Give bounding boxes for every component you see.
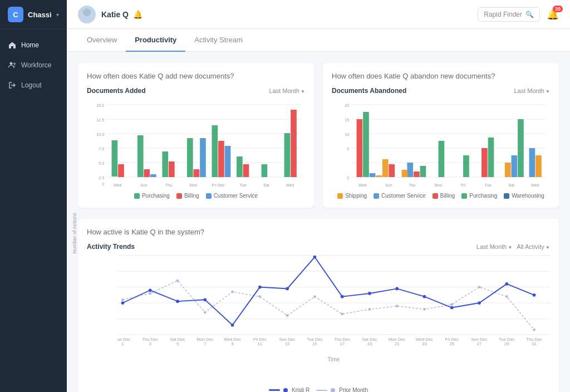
billing-aband-color bbox=[433, 193, 438, 199]
activity-section: How active is Katie Q in the system? Act… bbox=[78, 219, 559, 392]
activity-chart-header: Activity Trends Last Month All Activity bbox=[87, 243, 550, 251]
docs-abandoned-card: How often does Katie Q abandon new docum… bbox=[323, 63, 559, 208]
svg-text:7.5: 7.5 bbox=[99, 146, 104, 152]
warehousing-color bbox=[504, 193, 509, 199]
legend-billing-aband: Billing bbox=[433, 193, 455, 199]
svg-text:10: 10 bbox=[345, 132, 349, 138]
svg-text:Dec 30: Dec 30 bbox=[529, 187, 542, 188]
legend-kristi: Kristi R bbox=[269, 387, 309, 392]
svg-text:20: 20 bbox=[345, 103, 349, 109]
customer-service-aband-color bbox=[374, 193, 379, 199]
svg-point-2 bbox=[83, 8, 91, 16]
svg-point-110 bbox=[149, 288, 152, 292]
svg-text:15: 15 bbox=[312, 341, 317, 346]
svg-rect-70 bbox=[420, 166, 426, 177]
svg-rect-18 bbox=[118, 164, 124, 177]
activity-controls: Last Month All Activity bbox=[476, 243, 550, 250]
prior-month-line-icon bbox=[316, 390, 327, 391]
svg-point-133 bbox=[341, 313, 343, 316]
svg-point-119 bbox=[395, 287, 399, 291]
legend-billing: Billing bbox=[176, 193, 199, 199]
warehousing-label: Warehousing bbox=[512, 193, 544, 199]
svg-text:0: 0 bbox=[347, 175, 349, 181]
customer-service-label: Customer Service bbox=[214, 193, 258, 199]
svg-text:0: 0 bbox=[102, 182, 104, 187]
svg-text:17: 17 bbox=[340, 341, 344, 346]
people-icon bbox=[8, 61, 17, 70]
docs-added-period[interactable]: Last Month bbox=[269, 87, 305, 94]
legend-warehousing: Warehousing bbox=[504, 193, 544, 199]
svg-point-109 bbox=[121, 301, 125, 305]
svg-point-114 bbox=[258, 286, 262, 289]
svg-point-120 bbox=[423, 295, 426, 298]
docs-abandoned-chart: 20 15 10 5 0 bbox=[332, 99, 550, 188]
svg-text:Dec 30: Dec 30 bbox=[284, 187, 297, 188]
svg-rect-71 bbox=[402, 170, 408, 177]
svg-rect-28 bbox=[218, 141, 224, 177]
svg-point-135 bbox=[396, 305, 399, 307]
tab-activity-stream[interactable]: Activity Stream bbox=[185, 29, 252, 52]
svg-text:21: 21 bbox=[395, 341, 399, 346]
svg-point-128 bbox=[204, 311, 207, 314]
svg-rect-67 bbox=[389, 164, 395, 177]
svg-rect-33 bbox=[284, 133, 291, 177]
legend-customer-service-aband: Customer Service bbox=[374, 193, 425, 199]
svg-point-131 bbox=[286, 314, 289, 317]
svg-rect-69 bbox=[414, 171, 420, 177]
header-right: Rapid Finder 🔍 🔔 20 bbox=[478, 7, 559, 22]
customer-service-color bbox=[206, 193, 212, 199]
logout-icon bbox=[8, 81, 17, 90]
svg-text:25: 25 bbox=[450, 341, 454, 346]
svg-point-117 bbox=[341, 295, 344, 298]
docs-added-chart-title: Documents Added bbox=[87, 87, 146, 95]
svg-text:Dec 2: Dec 2 bbox=[112, 187, 123, 188]
sidebar-nav: Home Workforce Logout bbox=[0, 30, 67, 101]
purchasing-label: Purchasing bbox=[142, 193, 170, 199]
sidebar-item-workforce[interactable]: Workforce bbox=[0, 55, 67, 75]
docs-added-section-title: How often does Katie Q add new documents… bbox=[87, 72, 305, 80]
svg-rect-21 bbox=[150, 174, 156, 177]
docs-added-svg: 15.0 12.5 10.0 7.5 5.0 2.5 0 bbox=[87, 99, 305, 188]
svg-rect-76 bbox=[505, 163, 511, 177]
app-logo-icon: C bbox=[8, 7, 23, 22]
svg-point-0 bbox=[10, 62, 13, 65]
y-axis-label: Number of Actions bbox=[72, 203, 77, 264]
legend-purchasing: Purchasing bbox=[134, 193, 170, 199]
notification-bell[interactable]: 🔔 20 bbox=[547, 8, 559, 21]
activity-filter-dropdown[interactable]: All Activity bbox=[517, 243, 550, 250]
svg-rect-80 bbox=[535, 155, 542, 177]
sidebar-logo[interactable]: C Chassi ▾ bbox=[0, 0, 67, 30]
svg-rect-31 bbox=[243, 164, 249, 177]
svg-rect-34 bbox=[291, 110, 297, 177]
sidebar-item-workforce-label: Workforce bbox=[21, 61, 51, 69]
svg-text:Dec 10: Dec 10 bbox=[406, 187, 419, 188]
docs-abandoned-period[interactable]: Last Month bbox=[514, 87, 550, 94]
tab-overview[interactable]: Overview bbox=[78, 29, 126, 52]
sidebar-item-home[interactable]: Home bbox=[0, 35, 67, 55]
home-icon bbox=[8, 41, 17, 50]
svg-point-126 bbox=[149, 292, 151, 295]
svg-text:9: 9 bbox=[231, 341, 233, 346]
svg-rect-30 bbox=[237, 156, 243, 177]
svg-rect-19 bbox=[137, 135, 144, 177]
purchasing-aband-color bbox=[461, 193, 467, 199]
svg-rect-77 bbox=[512, 155, 518, 177]
svg-text:2.5: 2.5 bbox=[99, 175, 104, 181]
svg-text:11: 11 bbox=[258, 341, 262, 346]
svg-text:12.5: 12.5 bbox=[96, 117, 104, 123]
svg-point-127 bbox=[176, 280, 179, 282]
bell-icon[interactable]: 🔔 bbox=[133, 10, 142, 19]
svg-text:15.0: 15.0 bbox=[96, 103, 104, 109]
svg-text:29: 29 bbox=[504, 341, 509, 346]
svg-text:5: 5 bbox=[176, 341, 179, 346]
svg-point-129 bbox=[231, 291, 234, 293]
sidebar-item-logout[interactable]: Logout bbox=[0, 75, 67, 95]
rapid-finder-search[interactable]: Rapid Finder 🔍 bbox=[478, 7, 540, 22]
svg-point-123 bbox=[505, 282, 508, 286]
svg-rect-32 bbox=[262, 164, 268, 177]
activity-period-dropdown[interactable]: Last Month bbox=[476, 243, 513, 250]
svg-rect-74 bbox=[481, 148, 488, 177]
tab-productivity[interactable]: Productivity bbox=[126, 29, 185, 52]
svg-text:19: 19 bbox=[367, 341, 372, 346]
svg-point-132 bbox=[313, 295, 316, 298]
